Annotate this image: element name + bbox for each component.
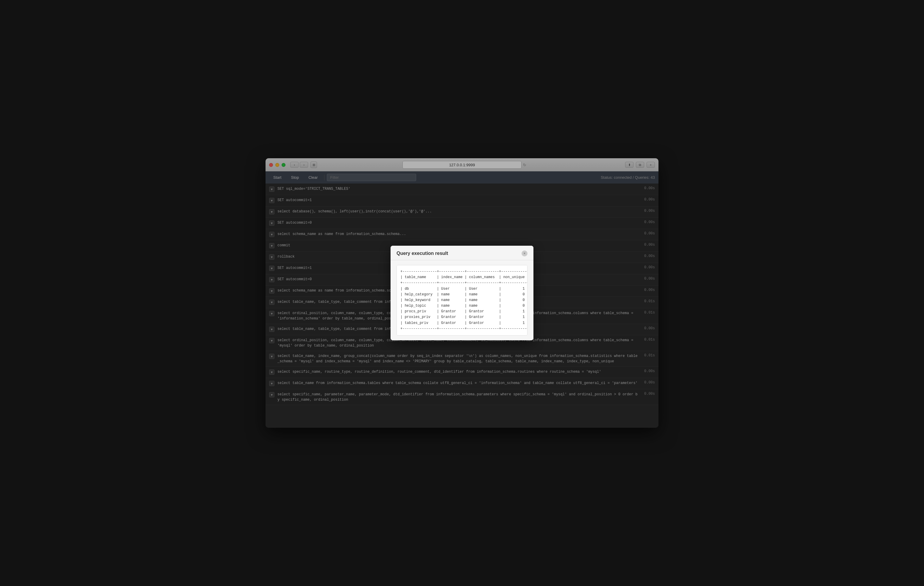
modal-title: Query execution result (396, 251, 448, 256)
modal-dialog: Query execution result × +--------------… (391, 246, 533, 340)
result-table: +----------------+------------+---------… (396, 265, 528, 336)
modal-close-button[interactable]: × (521, 250, 528, 257)
modal-header: Query execution result × (391, 246, 533, 260)
modal-overlay[interactable]: Query execution result × +--------------… (0, 0, 924, 586)
modal-body: +----------------+------------+---------… (391, 260, 533, 340)
